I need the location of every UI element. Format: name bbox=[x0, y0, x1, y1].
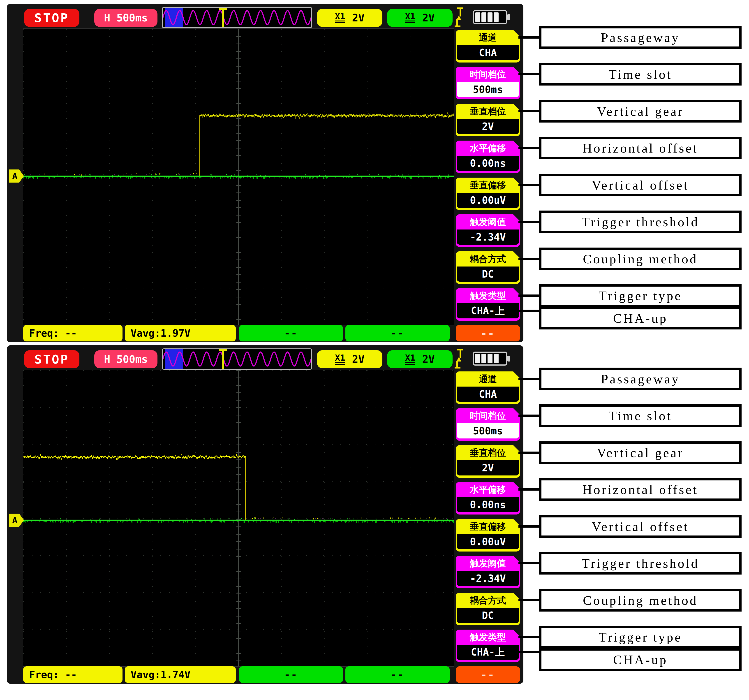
sidebar-extra-button[interactable]: -- bbox=[456, 325, 520, 342]
sidebar-item-label: 通道 bbox=[456, 30, 520, 45]
timebase-button[interactable]: H 500ms bbox=[94, 9, 157, 27]
freq-readout[interactable]: Freq: -- bbox=[23, 325, 122, 342]
sidebar-item-channel[interactable]: 通道 CHA bbox=[456, 30, 520, 63]
readout-placeholder-2[interactable]: -- bbox=[345, 666, 449, 683]
sidebar-item-label: 水平偏移 bbox=[456, 141, 520, 156]
sidebar-item-label: 水平偏移 bbox=[456, 482, 520, 497]
annotation-horizontal-offset: Horizontal offset bbox=[539, 137, 741, 159]
annotation-trigger-type: Trigger type bbox=[539, 626, 741, 648]
annotation-connector-line bbox=[518, 378, 539, 380]
sidebar-item-value: 2V bbox=[457, 119, 519, 134]
sidebar-item-coupling[interactable]: 耦合方式 DC bbox=[456, 251, 520, 284]
sidebar-item-trigger-threshold[interactable]: 触发阈值 -2.34V bbox=[456, 214, 520, 247]
sidebar-item-value: DC bbox=[457, 608, 519, 623]
sidebar-item-timebase[interactable]: 时间档位 500ms bbox=[456, 67, 520, 99]
vavg-readout[interactable]: Vavg:1.74V bbox=[125, 666, 236, 683]
sidebar-item-vertical-offset[interactable]: 垂直偏移 0.00uV bbox=[456, 178, 520, 210]
sidebar-item-label: 触发类型 bbox=[456, 630, 520, 645]
sidebar-item-value: 500ms bbox=[457, 82, 519, 97]
sidebar-item-label: 时间档位 bbox=[456, 408, 520, 423]
sidebar-item-value: 0.00ns bbox=[457, 156, 519, 171]
waveform-preview[interactable] bbox=[162, 348, 312, 370]
annotation-coupling-method: Coupling method bbox=[539, 589, 741, 611]
battery-nub bbox=[507, 355, 510, 361]
annotation-passageway: Passageway bbox=[539, 368, 741, 390]
annotation-connector-line bbox=[518, 258, 539, 260]
battery-segment bbox=[488, 12, 492, 22]
readout-placeholder-1[interactable]: -- bbox=[239, 666, 343, 683]
sidebar-item-vertical-scale[interactable]: 垂直档位 2V bbox=[456, 445, 520, 478]
sidebar-item-vertical-scale[interactable]: 垂直档位 2V bbox=[456, 104, 520, 136]
sidebar-item-label: 通道 bbox=[456, 371, 520, 386]
freq-readout[interactable]: Freq: -- bbox=[23, 666, 122, 683]
sidebar-item-trigger-type[interactable]: 触发类型 CHA-上 bbox=[456, 288, 520, 321]
annotation-connector-line bbox=[518, 294, 539, 297]
sidebar-item-trigger-type[interactable]: 触发类型 CHA-上 bbox=[456, 630, 520, 662]
annotation-trigger-type: Trigger type bbox=[539, 284, 741, 307]
scope-screen: STOP H 500ms X1 2V X1 2V A 通道 CHA 时间档位 bbox=[7, 345, 523, 684]
annotation-connector-line bbox=[518, 636, 539, 638]
channel-b-scale-value: 2V bbox=[422, 12, 434, 24]
channel-b-scale-value: 2V bbox=[422, 353, 434, 365]
waveform-preview[interactable] bbox=[162, 7, 312, 28]
annotation-connector-line bbox=[518, 110, 539, 112]
sidebar-item-channel[interactable]: 通道 CHA bbox=[456, 371, 520, 404]
stop-button[interactable]: STOP bbox=[24, 350, 79, 368]
stop-button[interactable]: STOP bbox=[24, 9, 79, 27]
battery-segment bbox=[482, 354, 486, 363]
annotation-passageway: Passageway bbox=[539, 26, 741, 49]
readout-placeholder-1[interactable]: -- bbox=[239, 325, 343, 342]
sidebar-item-label: 耦合方式 bbox=[456, 251, 520, 267]
vavg-readout[interactable]: Vavg:1.97V bbox=[125, 325, 236, 342]
annotation-connector-line bbox=[518, 488, 539, 490]
scope-screen: STOP H 500ms X1 2V X1 2V A 通道 CHA 时间档位 bbox=[7, 4, 523, 342]
annotation-connector-line bbox=[518, 184, 539, 186]
preview-canvas bbox=[163, 349, 311, 369]
timebase-button[interactable]: H 500ms bbox=[94, 350, 157, 368]
battery-nub bbox=[507, 14, 510, 20]
channel-a-scale-value: 2V bbox=[352, 353, 364, 365]
sidebar-item-value: CHA bbox=[457, 386, 519, 402]
annotation-vertical-gear: Vertical gear bbox=[539, 100, 741, 123]
sidebar-item-horizontal-offset[interactable]: 水平偏移 0.00ns bbox=[456, 482, 520, 515]
sidebar-item-vertical-offset[interactable]: 垂直偏移 0.00uV bbox=[456, 519, 520, 551]
battery-segment bbox=[500, 354, 505, 363]
channel-b-scale-badge[interactable]: X1 2V bbox=[387, 350, 452, 368]
annotation-connector-line bbox=[518, 309, 539, 312]
sidebar-item-trigger-threshold[interactable]: 触发阈值 -2.34V bbox=[456, 556, 520, 588]
sidebar-item-value: CHA-上 bbox=[457, 303, 519, 319]
channel-a-marker-label: A bbox=[12, 515, 17, 525]
annotation-connector-line bbox=[518, 525, 539, 528]
sidebar-item-value: 2V bbox=[457, 460, 519, 475]
probe-x1-icon: X1 bbox=[335, 354, 345, 365]
battery-segment bbox=[494, 12, 498, 22]
sidebar-item-value: 500ms bbox=[457, 423, 519, 438]
channel-a-marker[interactable]: A bbox=[9, 170, 24, 182]
channel-b-scale-badge[interactable]: X1 2V bbox=[387, 9, 452, 27]
sidebar-item-value: 0.00ns bbox=[457, 497, 519, 512]
channel-a-marker[interactable]: A bbox=[9, 514, 24, 527]
probe-x1-icon: X1 bbox=[405, 354, 415, 365]
channel-a-scale-badge[interactable]: X1 2V bbox=[317, 9, 382, 27]
channel-a-scale-value: 2V bbox=[352, 12, 364, 24]
battery-segment bbox=[500, 12, 505, 22]
sidebar-item-coupling[interactable]: 耦合方式 DC bbox=[456, 593, 520, 625]
annotation-vertical-offset: Vertical offset bbox=[539, 174, 741, 196]
channel-a-marker-label: A bbox=[12, 171, 17, 181]
sidebar-item-value: CHA bbox=[457, 45, 519, 60]
readout-placeholder-2[interactable]: -- bbox=[345, 325, 449, 342]
annotation-connector-line bbox=[518, 221, 539, 223]
channel-a-scale-badge[interactable]: X1 2V bbox=[317, 350, 382, 368]
sidebar-item-horizontal-offset[interactable]: 水平偏移 0.00ns bbox=[456, 141, 520, 173]
annotation-connector-line bbox=[518, 651, 539, 653]
battery-segment bbox=[482, 12, 486, 22]
annotation-connector-line bbox=[518, 562, 539, 564]
sidebar-item-label: 垂直档位 bbox=[456, 445, 520, 460]
waveform-display bbox=[23, 370, 454, 666]
battery-segment bbox=[488, 354, 492, 363]
sidebar-item-timebase[interactable]: 时间档位 500ms bbox=[456, 408, 520, 441]
sidebar-item-value: -2.34V bbox=[457, 230, 519, 245]
sidebar-extra-button[interactable]: -- bbox=[456, 666, 520, 683]
sidebar-item-label: 触发阈值 bbox=[456, 214, 520, 230]
annotation-time-slot: Time slot bbox=[539, 63, 741, 86]
